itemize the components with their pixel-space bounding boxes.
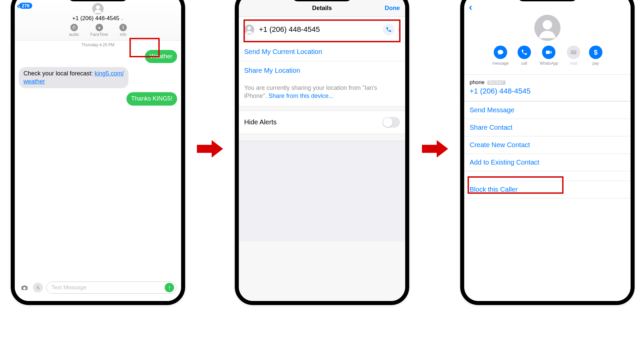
block-caller-button[interactable]: Block this Caller	[464, 181, 631, 198]
message-sent[interactable]: Weather	[145, 50, 177, 63]
done-button[interactable]: Done	[385, 5, 400, 12]
notch-icon	[68, 0, 128, 1]
phone-field[interactable]: phone RECENT +1 (206) 448-4545	[464, 74, 631, 101]
share-location-button[interactable]: Share My Location	[239, 61, 405, 80]
back-button[interactable]: ‹	[469, 1, 626, 13]
message-icon	[494, 46, 507, 59]
phone-icon	[518, 46, 531, 59]
message-received[interactable]: Check your local forecast: king5.com/wea…	[19, 67, 128, 88]
call-action-button[interactable]: call	[518, 46, 531, 66]
sharing-note: You are currently sharing your location …	[239, 80, 405, 107]
whatsapp-action-button[interactable]: WhatsApp	[540, 46, 558, 66]
unread-count-badge: 278	[19, 3, 32, 9]
add-existing-contact-button[interactable]: Add to Existing Contact	[464, 154, 631, 171]
phone-2: Details Done +1 (206) 448-4545 › Send My…	[235, 0, 409, 305]
message-placeholder: Text Message	[51, 284, 165, 291]
pay-label: pay	[592, 61, 599, 66]
pay-action-button[interactable]: $ pay	[589, 46, 602, 66]
mail-icon	[567, 46, 580, 59]
arrow-up-icon: ↑	[168, 284, 171, 291]
info-icon	[119, 24, 127, 31]
nav-bar: Details Done	[239, 0, 405, 17]
audio-call-button[interactable]: audio	[69, 24, 79, 37]
send-message-button[interactable]: Send Message	[464, 101, 631, 119]
info-button[interactable]: info	[119, 24, 127, 37]
hide-alerts-row: Hide Alerts	[239, 111, 405, 134]
date-separator: Thursday 4:25 PM	[15, 41, 181, 48]
notch-icon	[292, 0, 352, 1]
message-label: message	[492, 61, 509, 66]
video-icon	[542, 46, 555, 59]
whatsapp-label: WhatsApp	[540, 61, 558, 66]
message-input[interactable]: Text Message ↑	[46, 282, 176, 294]
phone-icon	[70, 24, 78, 31]
contact-phone-label: +1 (206) 448-4545	[259, 25, 383, 34]
call-button[interactable]	[383, 23, 395, 36]
contact-avatar-icon	[534, 15, 560, 41]
send-button[interactable]: ↑	[165, 283, 174, 292]
create-new-contact-button[interactable]: Create New Contact	[464, 136, 631, 154]
contact-title[interactable]: +1 (206) 448-4545⌄	[17, 15, 178, 22]
audio-label: audio	[69, 32, 79, 37]
phone-1: ▪▪ AT&T Wi-Fi 8:48 AM ‹ 278 +1 (206) 448…	[11, 0, 185, 305]
mail-action-button: mail	[567, 46, 580, 66]
arrow-1-icon	[197, 140, 223, 158]
recent-badge: RECENT	[487, 80, 505, 85]
notch-icon	[517, 0, 578, 1]
camera-button[interactable]	[19, 283, 30, 292]
mail-label: mail	[570, 61, 577, 66]
send-location-button[interactable]: Send My Current Location	[239, 43, 405, 61]
hide-alerts-label: Hide Alerts	[244, 118, 277, 126]
chevron-down-icon: ⌄	[120, 16, 124, 21]
contact-row[interactable]: +1 (206) 448-4545 ›	[239, 17, 405, 43]
phone-number-value: +1 (206) 448-4545	[470, 87, 625, 96]
message-sent[interactable]: Thanks KING5!	[126, 92, 177, 105]
composer: Text Message ↑	[15, 278, 181, 301]
info-label: info	[120, 32, 126, 37]
phone-field-label: phone	[470, 79, 485, 85]
chevron-left-icon: ‹	[469, 1, 472, 12]
hide-alerts-toggle[interactable]	[382, 117, 400, 128]
phone-3: ‹ message call	[460, 0, 635, 305]
video-icon	[96, 24, 103, 31]
message-thread[interactable]: Weather Check your local forecast: king5…	[15, 48, 181, 108]
share-contact-button[interactable]: Share Contact	[464, 119, 631, 136]
arrow-2-icon	[422, 140, 448, 158]
chevron-right-icon: ›	[397, 26, 400, 34]
facetime-button[interactable]: FaceTime	[90, 24, 108, 37]
message-text: Check your local forecast:	[23, 70, 95, 77]
contact-phone-label: +1 (206) 448-4545	[72, 15, 119, 21]
message-action-button[interactable]: message	[492, 46, 509, 66]
call-label: call	[521, 61, 527, 66]
contact-avatar-icon[interactable]	[92, 3, 104, 14]
share-from-device-link[interactable]: Share from this device...	[268, 93, 333, 99]
contact-avatar-icon	[244, 24, 254, 35]
back-button[interactable]: ‹ 278	[17, 2, 32, 9]
facetime-label: FaceTime	[90, 32, 108, 37]
page-title: Details	[244, 5, 400, 12]
dollar-icon: $	[589, 46, 602, 59]
empty-area	[239, 141, 405, 241]
app-store-button[interactable]	[33, 283, 43, 293]
